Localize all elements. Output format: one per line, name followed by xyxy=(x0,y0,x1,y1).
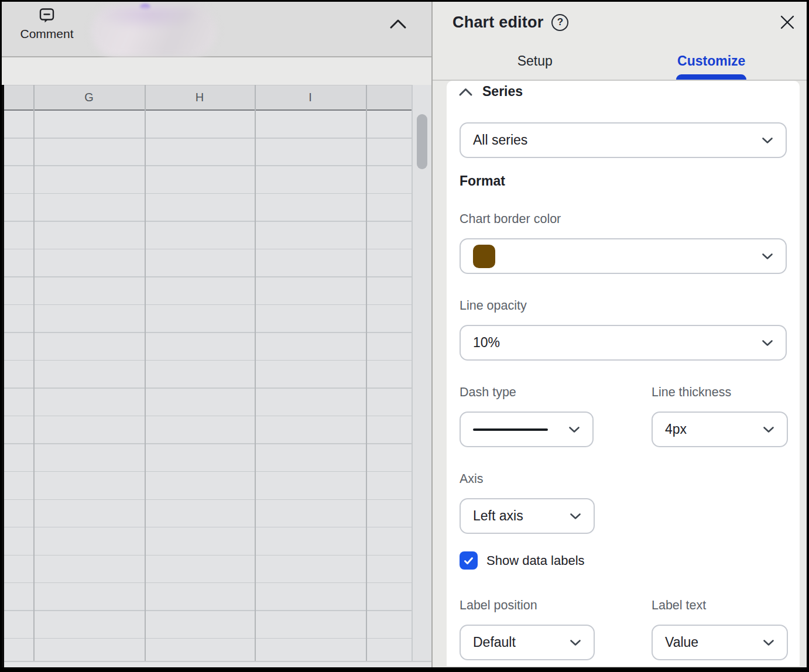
collapse-toolbar-button[interactable] xyxy=(385,12,411,36)
comment-button[interactable]: Comment xyxy=(13,6,80,41)
dash-type-label: Dash type xyxy=(460,385,516,400)
chevron-down-icon xyxy=(762,253,773,260)
chevron-down-icon xyxy=(762,340,773,347)
format-heading: Format xyxy=(460,173,505,189)
grid-column-line xyxy=(255,85,256,661)
app-window: Comment G H I xyxy=(0,0,809,672)
help-icon[interactable]: ? xyxy=(551,14,568,31)
spreadsheet-area: Comment G H I xyxy=(2,2,431,667)
label-position-label: Label position xyxy=(460,598,537,613)
axis-select[interactable]: Left axis xyxy=(460,498,595,534)
label-text-select[interactable]: Value xyxy=(652,625,788,660)
vertical-scrollbar-thumb[interactable] xyxy=(417,114,427,169)
label-position-select[interactable]: Default xyxy=(460,625,595,660)
show-data-labels-row: Show data labels xyxy=(460,551,585,570)
redacted-content xyxy=(91,5,217,57)
grid-column-line xyxy=(366,85,367,661)
line-opacity-select[interactable]: 10% xyxy=(460,325,787,361)
chevron-down-icon xyxy=(762,137,773,144)
column-header-h[interactable]: H xyxy=(145,85,255,109)
dash-type-select[interactable] xyxy=(460,412,594,447)
close-panel-button[interactable] xyxy=(777,12,797,32)
grid-column-line xyxy=(145,85,146,661)
show-data-labels-checkbox[interactable] xyxy=(460,551,478,570)
collapse-section-icon xyxy=(458,87,473,97)
color-swatch xyxy=(473,245,495,268)
chart-editor-header: Chart editor ? Setup xyxy=(433,2,807,81)
comment-icon xyxy=(38,6,56,24)
chevron-up-icon xyxy=(387,16,409,32)
chevron-down-icon xyxy=(570,513,581,520)
column-header-i[interactable]: I xyxy=(255,85,366,109)
show-data-labels-label: Show data labels xyxy=(486,553,585,568)
chart-border-color-select[interactable] xyxy=(460,238,787,274)
active-tab-indicator xyxy=(676,74,746,80)
sheet-toolbar: Comment xyxy=(2,2,431,57)
chevron-down-icon xyxy=(568,426,580,433)
formula-bar[interactable] xyxy=(2,57,431,85)
chevron-down-icon xyxy=(763,639,774,646)
column-header-g[interactable]: G xyxy=(33,85,145,109)
axis-label: Axis xyxy=(460,472,484,486)
check-icon xyxy=(464,557,474,565)
chart-editor-panel: Chart editor ? Setup xyxy=(431,2,807,667)
chart-border-color-label: Chart border color xyxy=(460,212,561,227)
chevron-down-icon xyxy=(763,426,774,433)
series-section-heading: Series xyxy=(482,84,523,100)
tab-setup[interactable]: Setup xyxy=(447,48,623,80)
sheet-left-edge xyxy=(2,85,4,667)
line-thickness-label: Line thickness xyxy=(652,385,731,400)
close-icon xyxy=(779,14,796,30)
label-text-label: Label text xyxy=(652,598,706,613)
line-opacity-label: Line opacity xyxy=(460,299,527,313)
grid-column-line xyxy=(33,85,35,661)
editor-tabs: Setup Customize xyxy=(447,48,800,80)
line-thickness-select[interactable]: 4px xyxy=(652,412,788,447)
tab-customize[interactable]: Customize xyxy=(623,48,800,80)
chevron-down-icon xyxy=(570,639,581,646)
vertical-scrollbar-track[interactable] xyxy=(412,85,431,661)
solid-line-preview xyxy=(473,428,548,431)
panel-title: Chart editor xyxy=(453,13,543,32)
comment-label: Comment xyxy=(20,27,73,41)
column-header-partial[interactable] xyxy=(366,85,412,109)
horizontal-scrollbar-track[interactable] xyxy=(2,661,431,667)
spreadsheet-grid[interactable] xyxy=(2,111,412,661)
series-select[interactable]: All series xyxy=(460,122,787,158)
customize-panel-content: Series All series Format Chart border co… xyxy=(447,81,800,666)
series-section-toggle[interactable]: Series xyxy=(458,84,523,100)
